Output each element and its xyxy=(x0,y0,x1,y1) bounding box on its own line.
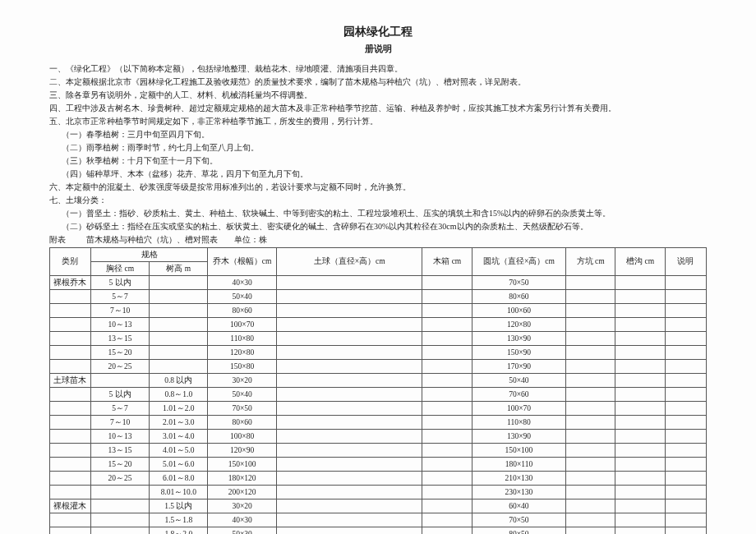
table-row: 裸根乔木5 以内40×3070×50 xyxy=(50,276,707,290)
table-row: 15～20120×80150×90 xyxy=(50,346,707,360)
th-treecrown: 乔木（根幅）cm xyxy=(208,248,277,276)
cell-sq xyxy=(565,430,615,444)
cell-ditch xyxy=(615,472,666,486)
cell-crown: 40×30 xyxy=(208,276,277,290)
cell-sq xyxy=(565,304,615,318)
table-row: 土球苗木0.8 以内30×2050×40 xyxy=(50,374,707,388)
cell-ditch xyxy=(615,360,666,374)
cell-ball xyxy=(276,486,422,499)
cell-note xyxy=(665,444,706,458)
cell-cat xyxy=(50,360,91,374)
cell-cat xyxy=(50,332,91,346)
cell-ditch xyxy=(615,388,666,402)
cell-a: 15～20 xyxy=(90,346,149,360)
th-spec-a: 胸径 cm xyxy=(90,262,149,276)
cell-cat: 裸根乔木 xyxy=(50,276,91,290)
table-row: 13～15110×80130×90 xyxy=(50,332,707,346)
cell-pit: 50×40 xyxy=(472,374,566,388)
cell-note xyxy=(665,374,706,388)
cell-note xyxy=(665,346,706,360)
cell-box xyxy=(422,360,472,374)
cell-pit: 110×80 xyxy=(472,416,566,430)
cell-b: 3.01～4.0 xyxy=(150,430,208,444)
cell-ball xyxy=(276,499,422,513)
cell-cat xyxy=(50,527,91,535)
cell-box xyxy=(422,486,472,499)
cell-ball xyxy=(276,360,422,374)
cell-cat xyxy=(50,513,91,527)
cell-crown: 110×80 xyxy=(208,332,277,346)
subnote-line: （四）铺种草坪、木本（盆移）花卉、草花，四月下旬至九月下旬。 xyxy=(49,168,707,180)
cell-box xyxy=(422,318,472,332)
cell-note xyxy=(665,360,706,374)
cell-b: 5.01～6.0 xyxy=(150,458,208,472)
cell-sq xyxy=(565,527,615,535)
cell-pit: 70×50 xyxy=(472,513,566,527)
cell-pit: 120×80 xyxy=(472,318,566,332)
cell-b: 1.5～1.8 xyxy=(150,513,208,527)
table-row: 10～133.01～4.0100×80130×90 xyxy=(50,430,707,444)
cell-crown: 50×40 xyxy=(208,290,277,304)
cell-pit: 210×130 xyxy=(472,472,566,486)
cell-box xyxy=(422,444,472,458)
table-row: 5～750×4080×60 xyxy=(50,290,707,304)
cell-crown: 100×80 xyxy=(208,430,277,444)
cell-crown: 30×20 xyxy=(208,499,277,513)
cell-ball xyxy=(276,304,422,318)
cell-box xyxy=(422,290,472,304)
cell-crown: 120×80 xyxy=(208,346,277,360)
cell-sq xyxy=(565,472,615,486)
cell-cat xyxy=(50,388,91,402)
cell-sq xyxy=(565,360,615,374)
cell-note xyxy=(665,290,706,304)
cell-cat xyxy=(50,486,91,499)
cell-note xyxy=(665,486,706,499)
cell-a xyxy=(90,513,149,527)
cell-a xyxy=(90,374,149,388)
th-spec: 规格 xyxy=(90,248,207,262)
cell-ditch xyxy=(615,444,666,458)
cell-b xyxy=(150,304,208,318)
cell-pit: 70×60 xyxy=(472,388,566,402)
cell-ditch xyxy=(615,304,666,318)
cell-cat xyxy=(50,458,91,472)
cell-cat xyxy=(50,472,91,486)
cell-pit: 170×90 xyxy=(472,360,566,374)
cell-crown: 150×100 xyxy=(208,458,277,472)
appendix-label: 附表 xyxy=(49,235,66,244)
cell-ditch xyxy=(615,318,666,332)
cell-cat xyxy=(50,416,91,430)
cell-ditch xyxy=(615,527,666,535)
cell-ball xyxy=(276,513,422,527)
cell-ball xyxy=(276,276,422,290)
cell-ball xyxy=(276,472,422,486)
cell-note xyxy=(665,276,706,290)
cell-box xyxy=(422,304,472,318)
cell-b: 0.8 以内 xyxy=(150,374,208,388)
cell-cat xyxy=(50,290,91,304)
cell-a: 5～7 xyxy=(90,402,149,416)
table-header-row: 类别 规格 乔木（根幅）cm 土球（直径×高）cm 木箱 cm 圆坑（直径×高）… xyxy=(50,248,707,262)
cell-note xyxy=(665,402,706,416)
cell-cat: 裸根灌木 xyxy=(50,499,91,513)
cell-cat xyxy=(50,402,91,416)
cell-crown: 30×20 xyxy=(208,374,277,388)
cell-sq xyxy=(565,486,615,499)
cell-a: 13～15 xyxy=(90,332,149,346)
cell-ball xyxy=(276,374,422,388)
cell-box xyxy=(422,388,472,402)
cell-b xyxy=(150,276,208,290)
cell-a xyxy=(90,499,149,513)
cell-note xyxy=(665,416,706,430)
cell-box xyxy=(422,430,472,444)
cell-ball xyxy=(276,416,422,430)
cell-sq xyxy=(565,318,615,332)
th-category: 类别 xyxy=(50,248,91,276)
cell-cat xyxy=(50,304,91,318)
cell-crown: 150×80 xyxy=(208,360,277,374)
cell-crown: 50×30 xyxy=(208,527,277,535)
table-row: 5 以内0.8～1.050×4070×60 xyxy=(50,388,707,402)
cell-pit: 60×40 xyxy=(472,499,566,513)
cell-crown: 120×90 xyxy=(208,444,277,458)
th-square: 方坑 cm xyxy=(565,248,615,276)
